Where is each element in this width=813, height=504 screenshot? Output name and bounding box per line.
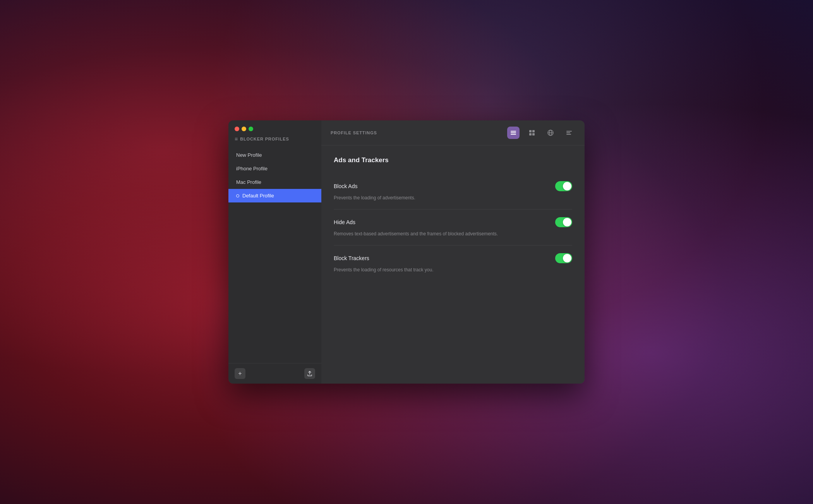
block-ads-label: Block Ads xyxy=(334,183,357,189)
maximize-button[interactable] xyxy=(249,127,253,131)
iphone-profile-label: iPhone Profile xyxy=(236,166,268,171)
grid-view-icon xyxy=(528,129,535,136)
toolbar-menu-view-button[interactable] xyxy=(563,127,575,139)
svg-rect-6 xyxy=(532,133,535,135)
toolbar-icons xyxy=(507,127,575,139)
close-button[interactable] xyxy=(235,127,239,131)
mac-profile-label: Mac Profile xyxy=(236,179,261,185)
export-icon xyxy=(307,370,313,377)
menu-icon xyxy=(566,129,573,136)
list-icon: ≡ xyxy=(235,136,238,142)
default-profile-label: Default Profile xyxy=(242,193,274,199)
hide-ads-label: Hide Ads xyxy=(334,219,355,225)
main-header-title: PROFILE SETTINGS xyxy=(331,130,377,135)
sidebar-title-area: ≡ BLOCKER PROFILES xyxy=(228,136,321,147)
block-ads-description: Prevents the loading of advertisements. xyxy=(334,194,572,201)
block-trackers-description: Prevents the loading of resources that t… xyxy=(334,266,572,273)
sidebar-item-mac-profile[interactable]: Mac Profile xyxy=(228,175,321,189)
new-profile-label: New Profile xyxy=(236,152,262,158)
svg-rect-3 xyxy=(529,130,532,132)
block-ads-toggle[interactable] xyxy=(555,181,572,191)
main-header: PROFILE SETTINGS xyxy=(321,120,585,146)
setting-block-trackers: Block Trackers Prevents the loading of r… xyxy=(334,245,572,281)
svg-rect-2 xyxy=(511,134,516,135)
main-body: Ads and Trackers Block Ads Prevents the … xyxy=(321,146,585,384)
sidebar-item-iphone-profile[interactable]: iPhone Profile xyxy=(228,162,321,175)
sidebar-footer: + xyxy=(228,363,321,384)
app-window: ≡ BLOCKER PROFILES New Profile iPhone Pr… xyxy=(228,120,585,384)
active-indicator-dot xyxy=(236,194,239,197)
window-body: ≡ BLOCKER PROFILES New Profile iPhone Pr… xyxy=(228,120,585,384)
traffic-lights xyxy=(235,127,253,131)
sidebar: ≡ BLOCKER PROFILES New Profile iPhone Pr… xyxy=(228,120,321,384)
svg-rect-4 xyxy=(532,130,535,132)
toolbar-globe-view-button[interactable] xyxy=(544,127,557,139)
main-content: PROFILE SETTINGS xyxy=(321,120,585,384)
globe-icon xyxy=(547,129,554,136)
sidebar-items: New Profile iPhone Profile Mac Profile D… xyxy=(228,147,321,363)
setting-hide-ads: Hide Ads Removes text-based advertisemen… xyxy=(334,209,572,245)
sidebar-title: BLOCKER PROFILES xyxy=(240,137,289,141)
toolbar-grid-view-button[interactable] xyxy=(526,127,538,139)
svg-rect-12 xyxy=(566,134,571,135)
hide-ads-toggle[interactable] xyxy=(555,217,572,227)
export-button[interactable] xyxy=(304,368,315,379)
setting-block-trackers-row: Block Trackers xyxy=(334,253,572,263)
hide-ads-description: Removes text-based advertisements and th… xyxy=(334,230,572,237)
setting-hide-ads-row: Hide Ads xyxy=(334,217,572,227)
sidebar-item-default-profile[interactable]: Default Profile xyxy=(228,189,321,202)
svg-rect-10 xyxy=(566,131,572,132)
svg-rect-1 xyxy=(511,132,516,133)
minimize-button[interactable] xyxy=(242,127,246,131)
setting-block-ads: Block Ads Prevents the loading of advert… xyxy=(334,173,572,209)
setting-block-ads-row: Block Ads xyxy=(334,181,572,191)
svg-rect-5 xyxy=(529,133,532,135)
svg-rect-11 xyxy=(566,132,570,133)
list-view-icon xyxy=(510,129,517,136)
svg-rect-0 xyxy=(511,131,516,132)
section-title: Ads and Trackers xyxy=(334,156,572,164)
toolbar-list-view-button[interactable] xyxy=(507,127,520,139)
block-trackers-toggle[interactable] xyxy=(555,253,572,263)
block-trackers-label: Block Trackers xyxy=(334,255,369,261)
add-icon: + xyxy=(238,370,242,377)
sidebar-item-new-profile[interactable]: New Profile xyxy=(228,148,321,162)
add-profile-button[interactable]: + xyxy=(235,368,245,379)
sidebar-header xyxy=(228,120,321,136)
